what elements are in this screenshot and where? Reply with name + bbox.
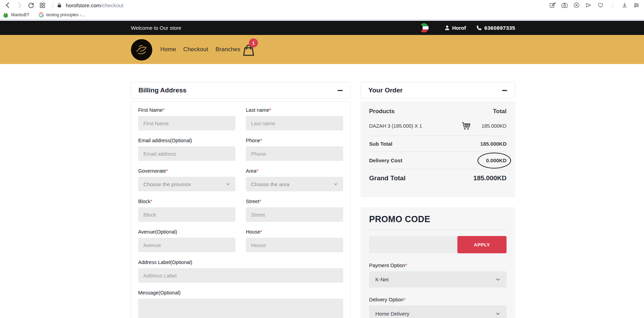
welcome-text: Welcome to Our store (131, 21, 181, 35)
phone-number: 6360897335 (484, 25, 515, 31)
order-item-name: DAZAH 3 (185.000) X 1 (369, 123, 462, 129)
browser-chrome: horofstore.com/checkout MantisBT testing… (0, 0, 644, 20)
field-block: Block* (138, 198, 235, 222)
delivery-cost-row: Delivery Cost 0.000KD (369, 152, 507, 169)
block-input[interactable] (138, 207, 235, 222)
cart-count-badge: 1 (249, 38, 258, 47)
lock-icon (56, 2, 62, 9)
bookmark-mantisbt[interactable]: MantisBT (3, 12, 29, 18)
order-item-row: DAZAH 3 (185.000) X 1 185.000KD (369, 120, 507, 136)
google-icon (38, 12, 44, 18)
phone-link[interactable]: 6360897335 (476, 25, 515, 31)
billing-address-title: Billing Address (138, 87, 187, 94)
nav-item-branches[interactable]: Branches (215, 46, 240, 53)
field-governorate: Governorate* Choose the province (138, 168, 235, 191)
grid-icon (39, 2, 46, 9)
your-order-header: Your Order (360, 82, 515, 99)
collapse-minus-icon[interactable] (502, 90, 507, 91)
tune-icon[interactable] (633, 2, 640, 9)
delivery-option-select[interactable]: Home Delivery (369, 306, 507, 318)
avenue-input[interactable] (138, 238, 235, 252)
chevron-down-icon (495, 278, 500, 281)
subtotal-label: Sub Total (369, 141, 392, 147)
heart-icon[interactable] (597, 2, 604, 9)
subtotal-value: 185.000KD (480, 141, 507, 147)
apps-grid-button[interactable] (38, 1, 47, 9)
nav-item-checkout[interactable]: Checkout (183, 46, 208, 53)
bookmark-label: MantisBT (11, 12, 29, 17)
collapse-minus-icon[interactable] (338, 90, 343, 91)
delivery-cost-value: 0.000KD (486, 157, 507, 163)
delivery-option-label: Delivery Option* (369, 297, 507, 302)
address-label-input[interactable] (138, 268, 343, 283)
reload-button[interactable] (26, 1, 35, 9)
field-street: Street* (246, 198, 343, 222)
forward-button[interactable] (15, 1, 24, 9)
reload-icon (27, 2, 35, 9)
order-summary: Products Total DAZAH 3 (185.000) X 1 185… (360, 101, 515, 197)
chevron-down-icon (495, 312, 500, 316)
back-icon (4, 1, 12, 9)
payment-option-select[interactable]: K-Net (369, 271, 507, 288)
bookmark-testing-principles[interactable]: testing principles -... (38, 12, 85, 18)
promo-code-title: PROMO CODE (369, 214, 507, 224)
apply-button[interactable]: APPLY (457, 236, 507, 253)
cart-button[interactable]: 1 (242, 40, 263, 61)
email-input[interactable] (138, 146, 235, 161)
account-link[interactable]: Horof (445, 25, 466, 31)
chevron-down-icon (226, 182, 230, 186)
products-column-header: Products (369, 108, 395, 115)
last-name-input[interactable] (246, 116, 343, 130)
phone-icon (476, 25, 482, 30)
bookmark-label: testing principles -... (46, 12, 85, 17)
promo-code-panel: PROMO CODE APPLY Payment Option* K-Net D… (360, 207, 515, 318)
forward-icon (16, 1, 23, 9)
mantis-icon (3, 12, 9, 18)
promo-code-input[interactable] (369, 236, 457, 253)
edit-page-icon[interactable] (549, 2, 556, 9)
billing-address-form: First Name* Last name* Email address(Opt… (131, 101, 351, 318)
field-area: Area* Choose the area (246, 168, 343, 191)
first-name-input[interactable] (138, 116, 235, 130)
total-column-header: Total (493, 108, 507, 115)
subtotal-row: Sub Total 185.000KD (369, 136, 507, 152)
house-input[interactable] (246, 238, 343, 252)
url-text: horofstore.com/checkout (66, 2, 124, 8)
bookmarks-bar: MantisBT testing principles -... (0, 10, 644, 19)
shield-x-icon[interactable] (573, 2, 580, 9)
cart-item-icon[interactable] (462, 122, 471, 130)
order-item-total: 185.000KD (481, 123, 507, 129)
divider (369, 229, 507, 230)
download-icon[interactable] (621, 2, 628, 9)
store-topbar: Welcome to Our store Horof 6360897335 (0, 21, 644, 35)
field-avenue: Avenue(Optional) (138, 229, 235, 252)
main-navbar: Home Checkout Branches 1 (0, 35, 644, 64)
back-button[interactable] (3, 1, 12, 9)
divider (53, 2, 53, 8)
governorate-select[interactable]: Choose the province (138, 177, 235, 191)
camera-icon[interactable] (561, 2, 568, 9)
store-logo[interactable] (131, 39, 152, 61)
address-bar[interactable]: horofstore.com/checkout (56, 2, 124, 9)
message-textarea[interactable] (138, 299, 343, 318)
account-name: Horof (452, 25, 466, 31)
payment-option-label: Payment Option* (369, 263, 507, 268)
field-email: Email address(Optional) (138, 137, 235, 161)
chevron-down-icon (333, 182, 338, 186)
field-message: Message(Optional) (138, 290, 343, 318)
billing-address-header: Billing Address (131, 82, 351, 99)
area-select[interactable]: Choose the area (246, 177, 343, 191)
grand-total-label: Grand Total (369, 174, 405, 182)
street-input[interactable] (246, 207, 343, 222)
delivery-cost-label: Delivery Cost (369, 157, 402, 163)
send-icon[interactable] (585, 2, 592, 9)
phone-input[interactable] (246, 146, 343, 161)
grand-total-value: 185.000KD (473, 174, 507, 182)
nav-item-home[interactable]: Home (160, 46, 176, 53)
grand-total-row: Grand Total 185.000KD (369, 169, 507, 187)
field-phone: Phone* (246, 137, 343, 161)
field-first-name: First Name* (138, 107, 235, 130)
field-address-label: Address Label(Optional) (138, 259, 343, 283)
your-order-title: Your Order (368, 87, 403, 94)
kuwait-flag-icon[interactable] (419, 23, 429, 33)
